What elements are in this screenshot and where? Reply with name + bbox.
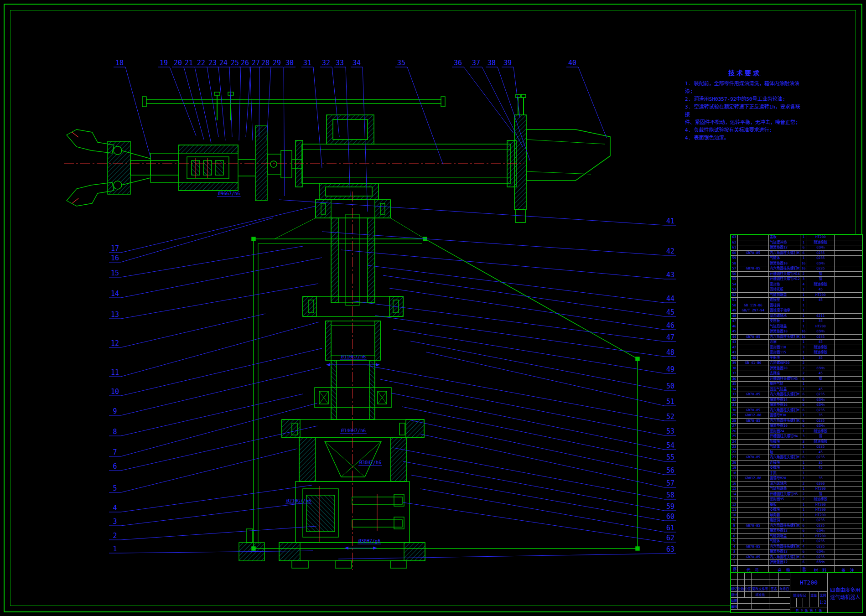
part-qty: 2 [800, 371, 807, 377]
part-material: Q235 [807, 455, 835, 461]
leader-line [464, 67, 513, 133]
dim-label: Ø30H7/g6 [358, 538, 380, 544]
leader-line [403, 461, 664, 511]
part-seq: 57 [731, 266, 738, 272]
part-remark [835, 277, 862, 282]
part-code [738, 398, 769, 403]
part-code [738, 518, 769, 523]
part-remark [835, 487, 862, 492]
rev-blank-cell [738, 580, 745, 586]
leader-line [411, 475, 664, 521]
part-remark [835, 419, 862, 424]
part-seq: 3 [731, 549, 738, 555]
dim-label: Ø110G7/h6 [341, 354, 366, 359]
part-name: 弹簧垫圈12 [769, 560, 800, 565]
part-material: 35 [807, 413, 835, 419]
leader-line [279, 200, 664, 225]
part-name: 气缸体 [769, 539, 800, 544]
part-remark [835, 398, 862, 403]
part-code [738, 245, 769, 251]
part-name: 气缸体 [769, 445, 800, 450]
part-qty: 1 [800, 298, 807, 303]
part-remark [835, 518, 862, 523]
part-name: 开槽圆柱头螺钉M5 [769, 492, 800, 497]
leader-line [407, 67, 443, 165]
part-seq: 10 [731, 513, 738, 518]
part-code [738, 434, 769, 440]
part-name: 气缸前端盖 [769, 534, 800, 539]
part-seq: 33 [731, 392, 738, 398]
part-name: 密封圈110 [769, 345, 800, 351]
part-remark [835, 335, 862, 340]
part-material: 35 [807, 461, 835, 466]
part-qty: 1 [800, 445, 807, 450]
leader-line [498, 67, 530, 160]
part-name: 连接座 [769, 298, 800, 303]
part-remark [835, 272, 862, 277]
part-name: 防撞块 [769, 440, 800, 445]
part-seq: 26 [731, 429, 738, 435]
part-qty: 6 [800, 398, 807, 403]
callout-33: 33 [336, 59, 344, 67]
part-qty: 6 [800, 555, 807, 560]
part-material: 65Mn [807, 329, 835, 335]
part-remark [835, 361, 862, 366]
part-material: 45 [807, 287, 835, 293]
part-remark [835, 261, 862, 267]
rev-blank-cell [738, 573, 745, 580]
part-code [738, 549, 769, 555]
part-seq: 54 [731, 282, 738, 288]
part-material: HT200 [807, 513, 835, 518]
leader-line [332, 67, 339, 137]
part-code [738, 461, 769, 466]
part-material: 耐油橡胶 [807, 345, 835, 351]
part-material: Q235 [807, 419, 835, 424]
part-seq: 35 [731, 382, 738, 387]
part-seq: 21 [731, 455, 738, 461]
callout-63: 63 [666, 545, 674, 554]
leader-line [393, 448, 664, 499]
drawing-title-line2: 途气动机器人 [830, 593, 861, 600]
part-seq: 59 [731, 256, 738, 261]
part-name: 支撑块 [769, 507, 800, 513]
leader-line [368, 366, 664, 421]
rev-blank-cell [752, 580, 769, 586]
callout-11: 11 [111, 368, 119, 377]
part-remark [835, 350, 862, 356]
technical-note-line: 件、紧固件不松动，运转平稳，无冲击，噪音正常; [685, 119, 804, 126]
part-material: 6200 [807, 481, 835, 487]
part-name: 内六角圆柱头螺钉M12 [769, 251, 800, 256]
part-material: 65Mn [807, 424, 835, 429]
part-code [738, 481, 769, 487]
part-remark [835, 555, 862, 560]
part-seq: 51 [731, 298, 738, 303]
part-code [738, 450, 769, 456]
part-name: 内六角圆柱头螺钉M10 [769, 419, 800, 424]
part-remark [835, 466, 862, 471]
role-check: 审核 [731, 604, 738, 610]
part-seq: 62 [731, 240, 738, 246]
part-seq: 34 [731, 387, 738, 393]
part-remark [835, 429, 862, 435]
leader-line [393, 329, 664, 373]
part-seq: 15 [731, 487, 738, 492]
part-code [738, 293, 769, 298]
part-name: 密封垫 [769, 282, 800, 288]
part-qty: 1 [800, 350, 807, 356]
part-qty: 6 [800, 528, 807, 534]
leader-line [170, 67, 196, 136]
leader-line [402, 407, 664, 461]
part-code [738, 319, 769, 324]
rev-blank-cell [779, 573, 790, 580]
part-seq: 5 [731, 539, 738, 544]
part-material: 65Mn [807, 366, 835, 372]
callout-30: 30 [285, 59, 294, 67]
leader-line [482, 67, 523, 147]
part-name: 弹簧垫圈12 [769, 245, 800, 251]
drawing-title: 四自由度多用途气动机器人 [828, 573, 863, 613]
callout-6: 6 [113, 462, 117, 471]
rev-header-0: 标记 [731, 586, 738, 592]
title-block-cell [752, 598, 769, 604]
part-remark [835, 329, 862, 335]
part-name: 基座气缸 [769, 382, 800, 387]
